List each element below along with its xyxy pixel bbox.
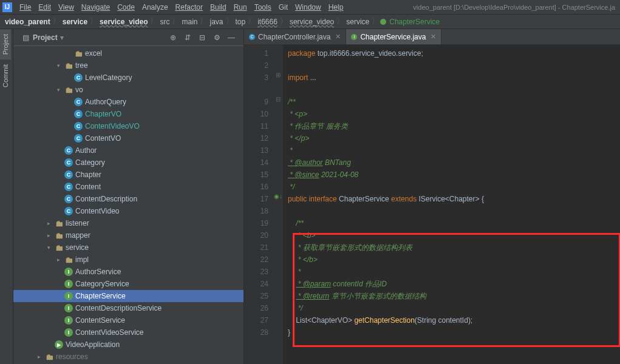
cls-c-icon [74,134,83,143]
folder-icon [55,219,63,228]
crumb-leaf[interactable]: ChapterService [388,18,441,26]
code-editor[interactable]: 1239101112131415161718192021222324252627… [244,45,620,364]
cls-c-icon [64,195,73,203]
menu-file[interactable]: File [16,2,35,13]
tree-item[interactable]: Content [13,181,244,193]
project-tree[interactable]: excel▾treeLevelCategory▾voAuthorQueryCha… [13,46,244,364]
tree-item[interactable]: AuthorQuery [13,96,244,108]
crumb[interactable]: it6666 [256,18,279,26]
cls-c-icon [74,73,83,82]
tab-label: ChapterService.java [360,33,426,41]
tree-item[interactable]: LevelCategory [13,72,244,84]
app-logo: IJ [2,2,12,12]
menu-window[interactable]: Window [291,2,325,13]
fold-icon[interactable]: ⊟ [273,96,283,108]
crumb[interactable]: java [208,18,224,26]
menu-git[interactable]: Git [275,2,291,13]
tree-item[interactable]: ContentVideoVO [13,120,244,132]
crumb[interactable]: src [158,18,171,26]
folder-icon [74,49,83,58]
close-icon[interactable]: ✕ [431,33,436,41]
tree-item[interactable]: ContentDescription [13,193,244,205]
tree-item[interactable]: VideoApplication [13,339,244,351]
tree-label: service [66,243,89,252]
tab-chaptercontroller[interactable]: C ChapterController.java ✕ [244,29,346,44]
tab-chapterservice[interactable]: I ChapterService.java ✕ [346,29,441,44]
close-icon[interactable]: ✕ [335,33,341,41]
menu-edit[interactable]: Edit [35,2,55,13]
cls-i-icon [64,304,73,312]
expand-icon[interactable]: ⇵ [183,33,192,42]
tree-item[interactable]: Author [13,144,244,157]
menu-build[interactable]: Build [206,2,230,13]
tree-item[interactable]: ContentService [13,314,244,326]
locate-icon[interactable]: ⊕ [168,33,178,42]
cls-c-icon [64,183,73,191]
collapse-icon[interactable]: ⊟ [197,33,207,42]
tree-item[interactable]: excel [13,47,244,59]
cls-c-icon [64,170,73,179]
cls-c-icon [64,146,73,155]
tree-item[interactable]: AuthorService [13,266,244,278]
tree-label: impl [75,255,89,264]
tree-item[interactable]: ChapterService [13,290,244,302]
tree-label: AuthorQuery [85,98,126,106]
tree-label: ContentDescription [75,195,137,203]
tool-commit-tab[interactable]: Commit [0,59,11,92]
breadcrumb: video_parent〉 service〉 service_video〉 sr… [0,15,620,29]
tree-item[interactable]: CategoryService [13,278,244,290]
gear-icon[interactable]: ⚙ [212,33,222,42]
tree-label: tree [75,61,88,70]
menu-refactor[interactable]: Refactor [172,2,206,13]
tree-label: vo [75,86,83,94]
tool-project-tab[interactable]: Project [0,29,11,59]
folder-icon [64,86,73,94]
tree-item[interactable]: ContentDescriptionService [13,302,244,314]
tree-item[interactable]: ▸impl [13,254,244,266]
folder-icon [55,231,63,240]
tree-label: resources [56,352,88,361]
tree-item[interactable]: ▸listener [13,217,244,229]
tree-item[interactable]: Category [13,157,244,169]
tree-item[interactable]: ▾service [13,241,244,254]
menu-analyze[interactable]: Analyze [138,2,172,13]
menu-navigate[interactable]: Navigate [78,2,114,13]
tree-item[interactable]: ▾vo [13,84,244,96]
tree-item[interactable]: Chapter [13,169,244,181]
menu-view[interactable]: View [55,2,78,13]
interface-icon [380,19,386,25]
crumb[interactable]: main [180,18,199,26]
tree-label: ChapterService [75,292,126,300]
tree-label: ContentVideo [75,207,120,215]
menu-code[interactable]: Code [114,2,138,13]
chevron-down-icon[interactable]: ▾ [60,33,64,42]
tree-label: mapper [66,231,90,240]
panel-title: Project [33,33,58,42]
tree-label: Content [75,183,101,191]
fold-icon[interactable]: ⊞ [273,72,283,84]
source[interactable]: package top.it6666.service_video.service… [283,45,620,364]
tree-item[interactable]: ▾tree [13,59,244,72]
tree-item[interactable]: ContentVO [13,132,244,144]
implements-gutter-icon[interactable]: ◉↓ [273,193,283,205]
crumb[interactable]: service_video [288,18,335,26]
tree-label: ContentVideoVO [85,122,140,130]
tree-item[interactable]: ContentVideo [13,205,244,217]
cls-i-icon [64,280,73,288]
hide-icon[interactable]: — [227,33,236,42]
menu-tools[interactable]: Tools [251,2,275,13]
tree-item[interactable]: ContentVideoService [13,326,244,339]
tree-label: Category [75,158,105,167]
tree-item[interactable]: ▸mapper [13,229,244,241]
menu-run[interactable]: Run [230,2,251,13]
editor-area: C ChapterController.java ✕ I ChapterServ… [244,29,620,364]
crumb[interactable]: service [61,18,89,26]
tree-item[interactable]: ChapterVO [13,108,244,120]
tree-item[interactable]: ▸resources [13,351,244,363]
menu-help[interactable]: Help [325,2,347,13]
crumb[interactable]: service_video [98,18,149,26]
crumb[interactable]: service [345,18,370,26]
crumb[interactable]: top [234,18,247,26]
crumb[interactable]: video_parent [4,18,52,26]
gutter-marks: ⊞ ⊟ ◉↓ [273,45,283,364]
